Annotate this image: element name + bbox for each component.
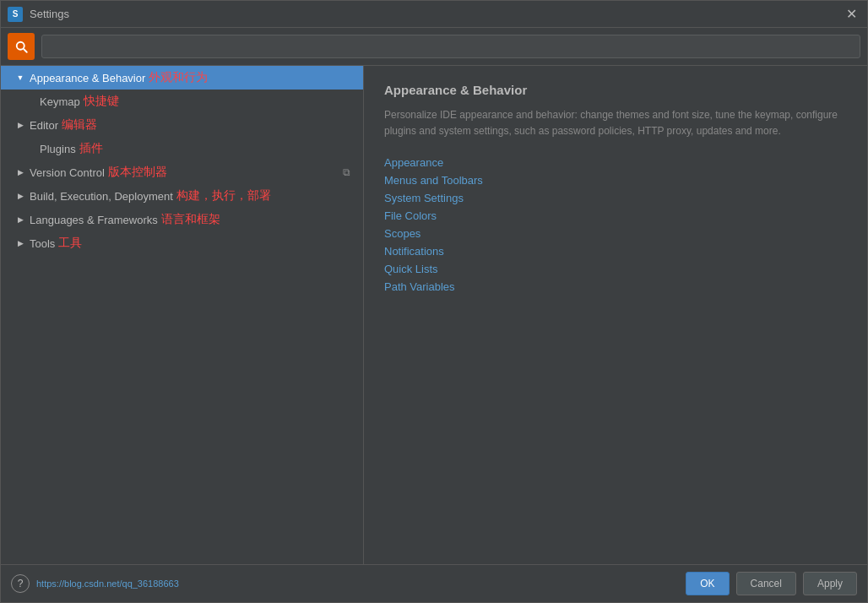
close-button[interactable]: ✕ xyxy=(842,5,860,24)
help-button[interactable]: ? xyxy=(11,574,30,593)
content-links: AppearanceMenus and ToolbarsSystem Setti… xyxy=(384,156,847,293)
content-link-scopes[interactable]: Scopes xyxy=(384,227,847,240)
content-link-file-colors[interactable]: File Colors xyxy=(384,209,847,222)
sidebar-item-tools[interactable]: ▶Tools工具 xyxy=(1,231,363,255)
content-link-appearance[interactable]: Appearance xyxy=(384,156,847,169)
sidebar-item-label: Appearance & Behavior xyxy=(30,72,145,84)
content-description: Personalize IDE appearance and behavior:… xyxy=(384,107,847,139)
apply-button[interactable]: Apply xyxy=(803,572,857,595)
arrow-spacer xyxy=(24,143,36,155)
sidebar-item-appearance-behavior[interactable]: ▼Appearance & Behavior外观和行为 xyxy=(1,66,363,90)
sidebar: ▼Appearance & Behavior外观和行为Keymap快捷键▶Edi… xyxy=(1,66,364,564)
title-bar-left: S Settings xyxy=(8,7,69,22)
search-icon xyxy=(14,39,29,54)
footer-right: OK Cancel Apply xyxy=(686,572,857,595)
content-link-notifications[interactable]: Notifications xyxy=(384,245,847,258)
sidebar-item-annotation: 语言和框架 xyxy=(161,212,220,227)
window-title: Settings xyxy=(30,8,69,20)
footer-left: ? https://blog.csdn.net/qq_36188663 xyxy=(11,574,179,593)
content-panel: Appearance & Behavior Personalize IDE ap… xyxy=(364,66,867,564)
sidebar-item-annotation: 构建，执行，部署 xyxy=(176,188,271,204)
copy-icon: ⧉ xyxy=(339,166,353,179)
content-link-system-settings[interactable]: System Settings xyxy=(384,192,847,204)
sidebar-item-editor[interactable]: ▶Editor编辑器 xyxy=(1,113,363,137)
sidebar-item-label: Keymap xyxy=(40,95,80,108)
app-icon: S xyxy=(8,7,23,22)
title-bar-right: ✕ xyxy=(842,5,860,24)
sidebar-item-keymap[interactable]: Keymap快捷键 xyxy=(1,90,363,113)
sidebar-item-annotation: 外观和行为 xyxy=(149,70,208,85)
content-link-menus-toolbars[interactable]: Menus and Toolbars xyxy=(384,174,847,187)
sidebar-item-languages-frameworks[interactable]: ▶Languages & Frameworks语言和框架 xyxy=(1,208,363,231)
sidebar-item-label: Build, Execution, Deployment xyxy=(30,190,173,203)
sidebar-item-label: Version Control xyxy=(30,166,105,179)
arrow-spacer xyxy=(24,95,36,107)
arrow-right-icon: ▶ xyxy=(14,166,26,178)
sidebar-item-annotation: 插件 xyxy=(79,141,103,156)
sidebar-item-version-control[interactable]: ▶Version Control版本控制器⧉ xyxy=(1,160,363,184)
footer: ? https://blog.csdn.net/qq_36188663 OK C… xyxy=(1,564,867,602)
content-link-quick-lists[interactable]: Quick Lists xyxy=(384,263,847,275)
search-icon-box xyxy=(8,33,35,60)
sidebar-item-plugins[interactable]: Plugins插件 xyxy=(1,137,363,160)
sidebar-item-label: Editor xyxy=(30,119,58,132)
main-body: ▼Appearance & Behavior外观和行为Keymap快捷键▶Edi… xyxy=(1,66,867,564)
sidebar-item-label: Plugins xyxy=(40,143,76,155)
sidebar-item-annotation: 编辑器 xyxy=(62,117,97,133)
arrow-right-icon: ▶ xyxy=(14,119,26,131)
sidebar-item-annotation: 快捷键 xyxy=(84,94,119,109)
sidebar-item-annotation: 版本控制器 xyxy=(108,165,167,180)
arrow-right-icon: ▶ xyxy=(14,190,26,202)
arrow-down-icon: ▼ xyxy=(14,72,26,84)
sidebar-item-label: Languages & Frameworks xyxy=(30,214,158,226)
settings-dialog: S Settings ✕ ▼Appearance & Behavior外观和行为… xyxy=(0,0,868,603)
title-bar: S Settings ✕ xyxy=(1,1,867,28)
cancel-button[interactable]: Cancel xyxy=(736,572,796,595)
ok-button[interactable]: OK xyxy=(686,572,729,595)
search-input[interactable] xyxy=(41,35,860,58)
content-link-path-variables[interactable]: Path Variables xyxy=(384,280,847,293)
content-title: Appearance & Behavior xyxy=(384,83,847,97)
arrow-right-icon: ▶ xyxy=(14,214,26,225)
search-bar-row xyxy=(1,28,867,66)
sidebar-item-label: Tools xyxy=(30,237,55,250)
sidebar-item-build-execution[interactable]: ▶Build, Execution, Deployment构建，执行，部署 xyxy=(1,184,363,208)
arrow-right-icon: ▶ xyxy=(14,237,26,249)
footer-url: https://blog.csdn.net/qq_36188663 xyxy=(36,579,179,589)
sidebar-item-annotation: 工具 xyxy=(58,236,82,251)
